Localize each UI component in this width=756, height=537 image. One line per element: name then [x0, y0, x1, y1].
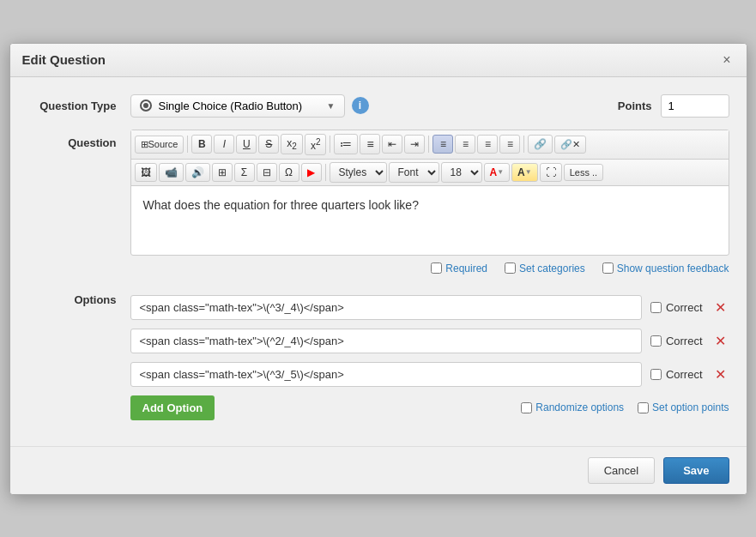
subscript-button[interactable]: x2	[281, 134, 303, 154]
question-type-row: Question Type Single Choice (Radio Butto…	[27, 94, 729, 118]
options-footer-right: Randomize options Set option points	[521, 401, 729, 413]
option-input-2[interactable]	[130, 329, 642, 353]
randomize-checkbox-item[interactable]: Randomize options	[521, 401, 624, 413]
radio-icon-dot	[143, 103, 148, 108]
qtype-row: Single Choice (Radio Button) ▼ i Points	[130, 94, 729, 118]
question-type-value: Single Choice (Radio Button)	[159, 100, 303, 112]
set-option-points-checkbox-item[interactable]: Set option points	[638, 401, 729, 413]
modal-header: Edit Question ×	[10, 44, 747, 77]
strikethrough-button[interactable]: S	[258, 135, 279, 154]
delete-button-3[interactable]: ✕	[711, 366, 729, 383]
modal-body: Question Type Single Choice (Radio Butto…	[10, 77, 747, 446]
set-option-points-checkbox[interactable]	[638, 402, 649, 413]
points-label: Points	[618, 100, 652, 112]
radio-icon	[140, 100, 152, 112]
close-button[interactable]: ×	[719, 52, 734, 68]
cancel-button[interactable]: Cancel	[588, 457, 655, 484]
underline-button[interactable]: U	[236, 135, 257, 154]
add-option-button[interactable]: Add Option	[130, 395, 215, 420]
modal-title: Edit Question	[22, 52, 106, 67]
special1-button[interactable]: ⊞	[212, 163, 233, 182]
align-center-button[interactable]: ≡	[455, 135, 475, 154]
less-button[interactable]: Less ..	[564, 164, 603, 181]
separator2	[330, 136, 330, 153]
options-footer: Add Option Randomize options Set option …	[130, 395, 729, 420]
justify-button[interactable]: ≡	[499, 135, 520, 154]
toolbar-row1: ⊞ Source B I U S x2 x2 ≔ ≡ ⇤	[131, 130, 729, 160]
delete-button-1[interactable]: ✕	[711, 299, 729, 316]
option-input-3[interactable]	[130, 362, 642, 387]
toolbar-row2: 🖼 📹 🔊 ⊞ Σ ⊟ Ω ▶ Styles Font	[131, 160, 729, 186]
correct-checkbox-3[interactable]	[650, 369, 662, 380]
fullscreen-button[interactable]: ⛶	[540, 163, 562, 182]
sigma-button[interactable]: Σ	[234, 163, 255, 182]
correct-checkbox-1[interactable]	[650, 302, 662, 313]
modal-footer: Cancel Save	[10, 446, 747, 494]
option-row-1: Correct ✕	[130, 295, 729, 320]
unlink-button[interactable]: 🔗✕	[554, 136, 586, 154]
font-select[interactable]: Font	[389, 162, 439, 183]
outdent-button[interactable]: ⇤	[382, 135, 402, 154]
correct-check-3[interactable]: Correct	[650, 368, 703, 381]
show-feedback-label: Show question feedback	[617, 262, 729, 275]
show-feedback-checkbox[interactable]	[602, 262, 614, 274]
source-icon: ⊞	[141, 139, 148, 150]
delete-button-2[interactable]: ✕	[711, 333, 729, 349]
image-button[interactable]: 🖼	[135, 163, 157, 182]
source-button[interactable]: ⊞ Source	[135, 136, 184, 154]
omega-button[interactable]: Ω	[279, 163, 299, 182]
question-label: Question	[27, 130, 130, 149]
points-input[interactable]	[661, 94, 729, 118]
required-checkbox[interactable]	[431, 262, 442, 274]
question-row: Question ⊞ Source B I U S x2	[27, 130, 729, 275]
indent-button[interactable]: ⇥	[404, 135, 425, 154]
correct-checkbox-2[interactable]	[650, 335, 662, 347]
editor-container: ⊞ Source B I U S x2 x2 ≔ ≡ ⇤	[130, 130, 729, 256]
correct-check-1[interactable]: Correct	[650, 301, 703, 314]
correct-label-3: Correct	[666, 368, 703, 381]
set-categories-checkbox[interactable]	[505, 262, 516, 274]
question-text: What does the equation for three quarter…	[143, 198, 419, 212]
question-content: ⊞ Source B I U S x2 x2 ≔ ≡ ⇤	[130, 130, 729, 275]
superscript-button[interactable]: x2	[305, 134, 327, 155]
audio-button[interactable]: 🔊	[185, 163, 210, 182]
randomize-label: Randomize options	[535, 401, 624, 413]
option-row-2: Correct ✕	[130, 329, 729, 353]
question-type-dropdown[interactable]: Single Choice (Radio Button) ▼	[130, 94, 345, 118]
youtube-button[interactable]: ▶	[301, 163, 322, 182]
qtype-select-inner: Single Choice (Radio Button)	[140, 100, 303, 112]
ordered-list-button[interactable]: ≔	[334, 134, 358, 154]
size-select[interactable]: 18	[441, 162, 482, 183]
unordered-list-button[interactable]: ≡	[360, 134, 380, 154]
question-type-content: Single Choice (Radio Button) ▼ i Points	[130, 94, 729, 118]
options-label: Options	[27, 287, 130, 306]
video-button[interactable]: 📹	[159, 163, 184, 182]
bold-button[interactable]: B	[191, 135, 212, 154]
bg-color-button[interactable]: A▼	[511, 163, 538, 182]
styles-select[interactable]: Styles	[330, 162, 387, 183]
align-left-button[interactable]: ≡	[432, 135, 453, 154]
table-button[interactable]: ⊟	[257, 163, 277, 182]
options-content: Correct ✕ Correct ✕	[130, 295, 729, 420]
set-categories-checkbox-item[interactable]: Set categories	[505, 262, 585, 275]
show-feedback-checkbox-item[interactable]: Show question feedback	[602, 262, 729, 275]
checkboxes-row: Required Set categories Show question fe…	[130, 262, 729, 275]
question-type-label: Question Type	[27, 100, 130, 112]
align-right-button[interactable]: ≡	[477, 135, 498, 154]
save-button[interactable]: Save	[663, 457, 729, 484]
subscript-icon: x2	[287, 137, 297, 151]
option-input-1[interactable]	[130, 295, 642, 320]
editor-area[interactable]: What does the equation for three quarter…	[131, 186, 729, 255]
separator4	[523, 136, 524, 153]
correct-check-2[interactable]: Correct	[650, 335, 703, 347]
correct-label-2: Correct	[666, 335, 703, 347]
link-button[interactable]: 🔗	[528, 135, 553, 154]
options-row: Options Correct ✕ Correct	[27, 287, 729, 420]
info-icon[interactable]: i	[352, 97, 369, 114]
source-label: Source	[148, 139, 178, 149]
randomize-checkbox[interactable]	[521, 402, 532, 413]
chevron-down-icon: ▼	[327, 101, 336, 111]
italic-button[interactable]: I	[214, 135, 234, 154]
font-color-button[interactable]: A▼	[484, 163, 511, 182]
required-checkbox-item[interactable]: Required	[431, 262, 487, 275]
